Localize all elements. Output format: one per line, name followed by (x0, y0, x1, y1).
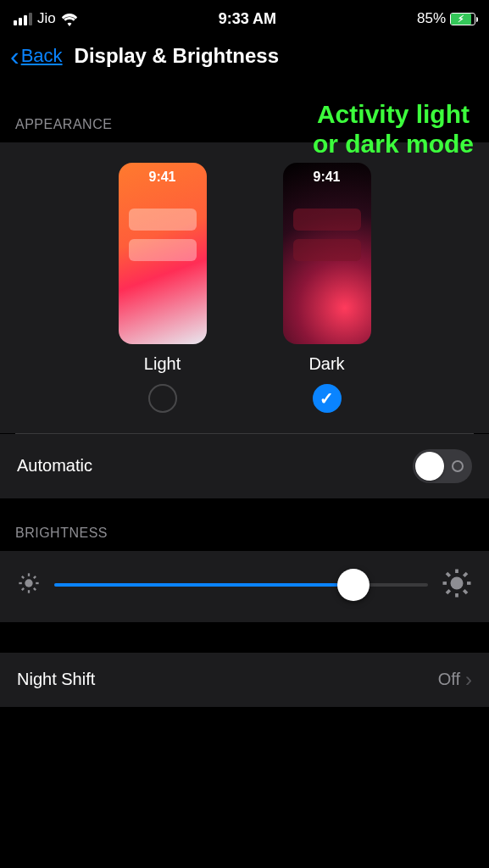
status-time: 9:33 AM (219, 10, 276, 28)
svg-line-5 (22, 576, 24, 577)
battery-percentage: 85% (417, 10, 446, 27)
svg-line-15 (464, 590, 467, 593)
light-mode-label: Light (144, 354, 181, 374)
back-button-label: Back (21, 45, 63, 67)
page-title: Display & Brightness (75, 44, 279, 68)
dark-mode-preview: 9:41 (283, 163, 371, 344)
battery-icon: ⚡︎ (450, 13, 475, 25)
charging-bolt-icon: ⚡︎ (458, 14, 464, 24)
automatic-toggle[interactable] (413, 449, 472, 483)
chevron-left-icon: ‹ (10, 42, 19, 70)
appearance-panel: 9:41 Light 9:41 Dark ✓ (0, 142, 489, 433)
svg-line-7 (22, 587, 24, 589)
dark-mode-label: Dark (308, 354, 344, 374)
light-mode-option[interactable]: 9:41 Light (119, 163, 207, 413)
automatic-row: Automatic (0, 434, 489, 498)
carrier-label: Jio (37, 10, 56, 27)
svg-point-0 (25, 579, 32, 587)
wifi-icon (61, 13, 78, 25)
brightness-panel (0, 551, 489, 622)
slider-thumb[interactable] (337, 569, 370, 601)
sun-large-icon (442, 568, 472, 602)
light-mode-radio[interactable] (148, 384, 177, 413)
signal-bars-icon (14, 13, 32, 25)
nav-bar: ‹ Back Display & Brightness (0, 34, 489, 83)
svg-point-9 (451, 576, 464, 589)
checkmark-icon: ✓ (320, 388, 334, 409)
sun-small-icon (17, 571, 41, 598)
appearance-section-header: APPEARANCE (0, 83, 489, 142)
night-shift-row[interactable]: Night Shift Off › (0, 653, 489, 707)
dark-mode-radio[interactable]: ✓ (313, 384, 342, 413)
chevron-right-icon: › (465, 668, 472, 692)
svg-line-6 (34, 587, 36, 589)
night-shift-label: Night Shift (17, 670, 95, 689)
status-bar: Jio 9:33 AM 85% ⚡︎ (0, 0, 489, 34)
light-mode-preview: 9:41 (119, 163, 207, 344)
svg-line-17 (464, 573, 467, 576)
dark-mode-option[interactable]: 9:41 Dark ✓ (283, 163, 371, 413)
automatic-label: Automatic (17, 456, 92, 476)
night-shift-value: Off (438, 670, 460, 689)
brightness-slider[interactable] (54, 568, 428, 602)
svg-line-16 (447, 590, 450, 593)
back-button[interactable]: ‹ Back (10, 42, 63, 70)
brightness-section-header: BRIGHTNESS (0, 498, 489, 551)
svg-line-14 (447, 573, 450, 576)
svg-line-8 (34, 576, 36, 577)
